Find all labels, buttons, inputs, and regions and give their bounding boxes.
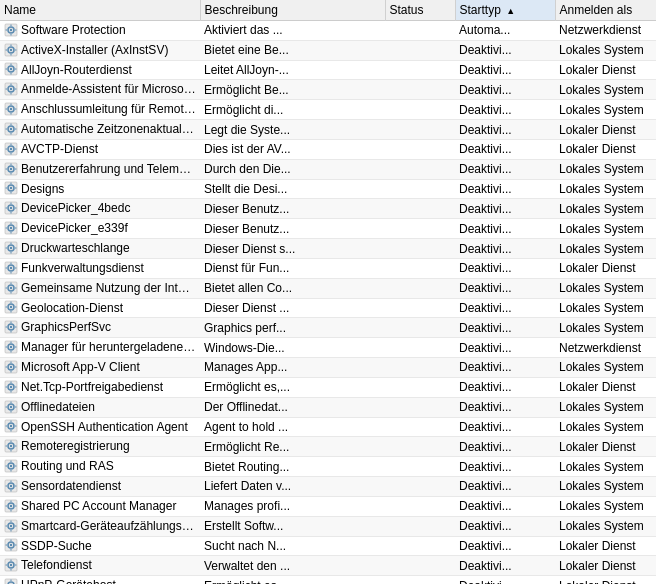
table-row[interactable]: Microsoft App-V ClientManages App...Deak…: [0, 358, 656, 378]
svg-point-44: [10, 148, 12, 150]
table-row[interactable]: TelefondienstVerwaltet den ...Deaktivi..…: [0, 556, 656, 576]
service-description-cell: Dieser Benutz...: [200, 199, 385, 219]
table-row[interactable]: FunkverwaltungsdienstDienst für Fun...De…: [0, 258, 656, 278]
service-logon-cell: Lokales System: [555, 417, 656, 437]
services-table: Name Beschreibung Status Starttyp ▲ Anme…: [0, 0, 656, 584]
table-row[interactable]: Gemeinsame Nutzung der Internetverbindun…: [0, 278, 656, 298]
service-logon-cell: Lokaler Dienst: [555, 139, 656, 159]
svg-point-16: [10, 68, 12, 70]
service-starttype-cell: Deaktivi...: [455, 417, 555, 437]
col-header-starttype[interactable]: Starttyp ▲: [455, 0, 555, 21]
service-name-cell: Manager für heruntergeladene Karten: [0, 338, 200, 358]
svg-point-2: [10, 29, 12, 31]
service-status-cell: [385, 358, 455, 378]
table-row[interactable]: Anschlussumleitung für Remotedesktopd im…: [0, 100, 656, 120]
service-status-cell: [385, 397, 455, 417]
svg-point-100: [10, 306, 12, 308]
service-status-cell: [385, 179, 455, 199]
service-name-cell: Automatische Zeitzonenaktualisierung: [0, 120, 200, 140]
table-row[interactable]: Net.Tcp-PortfreigabedienstErmöglicht es,…: [0, 377, 656, 397]
svg-point-30: [10, 108, 12, 110]
table-row[interactable]: ActiveX-Installer (AxInstSV)Bietet eine …: [0, 40, 656, 60]
table-row[interactable]: GraphicsPerfSvcGraphics perf...Deaktivi.…: [0, 318, 656, 338]
service-name-cell: Druckwarteschlange: [0, 239, 200, 259]
table-row[interactable]: Shared PC Account ManagerManages profi..…: [0, 496, 656, 516]
service-logon-cell: Lokales System: [555, 477, 656, 497]
service-starttype-cell: Deaktivi...: [455, 477, 555, 497]
col-header-description[interactable]: Beschreibung: [200, 0, 385, 21]
svg-point-86: [10, 267, 12, 269]
service-name-cell: Benutzererfahrung und Telemetrie im verb…: [0, 159, 200, 179]
svg-point-135: [10, 405, 12, 407]
service-starttype-cell: Deaktivi...: [455, 536, 555, 556]
service-status-cell: [385, 258, 455, 278]
service-name-cell: Shared PC Account Manager: [0, 496, 200, 516]
service-name-cell: DevicePicker_4bedc: [0, 199, 200, 219]
service-description-cell: Legt die Syste...: [200, 120, 385, 140]
service-starttype-cell: Deaktivi...: [455, 40, 555, 60]
service-logon-cell: Lokaler Dienst: [555, 556, 656, 576]
table-row[interactable]: OpenSSH Authentication AgentAgent to hol…: [0, 417, 656, 437]
table-row[interactable]: UPnP-GerätehostErmöglicht es,...Deaktivi…: [0, 576, 656, 584]
table-row[interactable]: RemoteregistrierungErmöglicht Re...Deakt…: [0, 437, 656, 457]
col-header-logon[interactable]: Anmelden als: [555, 0, 656, 21]
table-row[interactable]: DruckwarteschlangeDieser Dienst s...Deak…: [0, 239, 656, 259]
service-name-cell: Geolocation-Dienst: [0, 298, 200, 318]
service-description-cell: Ermöglicht Re...: [200, 437, 385, 457]
table-row[interactable]: Benutzererfahrung und Telemetrie im verb…: [0, 159, 656, 179]
service-description-cell: Verwaltet den ...: [200, 556, 385, 576]
table-row[interactable]: OfflinedateienDer Offlinedat...Deaktivi.…: [0, 397, 656, 417]
table-row[interactable]: Routing und RASBietet Routing...Deaktivi…: [0, 457, 656, 477]
service-description-cell: Stellt die Desi...: [200, 179, 385, 199]
table-row[interactable]: SensordatendienstLiefert Daten v...Deakt…: [0, 477, 656, 497]
service-status-cell: [385, 199, 455, 219]
service-status-cell: [385, 239, 455, 259]
service-name-cell: AVCTP-Dienst: [0, 139, 200, 159]
service-description-cell: Dieser Dienst ...: [200, 298, 385, 318]
service-name-cell: Smartcard-Geräteaufzählungsdienst: [0, 516, 200, 536]
service-name-cell: AllJoyn-Routerdienst: [0, 60, 200, 80]
svg-point-37: [10, 128, 12, 130]
service-name-cell: Designs: [0, 179, 200, 199]
table-row[interactable]: Smartcard-GeräteaufzählungsdienstErstell…: [0, 516, 656, 536]
table-row[interactable]: Geolocation-DienstDieser Dienst ...Deakt…: [0, 298, 656, 318]
table-row[interactable]: Software ProtectionAktiviert das ...Auto…: [0, 21, 656, 41]
service-description-cell: Erstellt Softw...: [200, 516, 385, 536]
service-description-cell: Ermöglicht es,...: [200, 377, 385, 397]
service-name-cell: Remoteregistrierung: [0, 437, 200, 457]
service-starttype-cell: Deaktivi...: [455, 199, 555, 219]
table-row[interactable]: DevicePicker_e339fDieser Benutz...Deakti…: [0, 219, 656, 239]
service-description-cell: Ermöglicht di...: [200, 100, 385, 120]
service-starttype-cell: Deaktivi...: [455, 318, 555, 338]
col-header-status[interactable]: Status: [385, 0, 455, 21]
service-starttype-cell: Deaktivi...: [455, 159, 555, 179]
table-row[interactable]: AllJoyn-RouterdienstLeitet AllJoyn-...De…: [0, 60, 656, 80]
table-row[interactable]: Manager für heruntergeladene KartenWindo…: [0, 338, 656, 358]
service-status-cell: [385, 437, 455, 457]
table-row[interactable]: DesignsStellt die Desi...Deaktivi...Loka…: [0, 179, 656, 199]
svg-point-79: [10, 247, 12, 249]
service-starttype-cell: Automa...: [455, 21, 555, 41]
svg-point-114: [10, 346, 12, 348]
service-icon: [4, 162, 18, 176]
table-row[interactable]: AVCTP-DienstDies ist der AV...Deaktivi..…: [0, 139, 656, 159]
service-name-cell: Software Protection: [0, 21, 200, 41]
service-starttype-cell: Deaktivi...: [455, 120, 555, 140]
service-description-cell: Graphics perf...: [200, 318, 385, 338]
service-logon-cell: Lokaler Dienst: [555, 120, 656, 140]
table-row[interactable]: DevicePicker_4bedcDieser Benutz...Deakti…: [0, 199, 656, 219]
service-icon: [4, 479, 18, 493]
svg-point-191: [10, 564, 12, 566]
service-icon: [4, 62, 18, 76]
service-status-cell: [385, 298, 455, 318]
table-row[interactable]: Anmelde-Assistent für Microsoft-KontenEr…: [0, 80, 656, 100]
services-table-container[interactable]: Name Beschreibung Status Starttyp ▲ Anme…: [0, 0, 656, 584]
table-row[interactable]: SSDP-SucheSucht nach N...Deaktivi...Loka…: [0, 536, 656, 556]
service-icon: [4, 261, 18, 275]
service-name-cell: Anschlussumleitung für Remotedesktopd im…: [0, 100, 200, 120]
service-logon-cell: Lokales System: [555, 397, 656, 417]
service-status-cell: [385, 219, 455, 239]
table-row[interactable]: Automatische ZeitzonenaktualisierungLegt…: [0, 120, 656, 140]
col-header-name[interactable]: Name: [0, 0, 200, 21]
service-status-cell: [385, 496, 455, 516]
